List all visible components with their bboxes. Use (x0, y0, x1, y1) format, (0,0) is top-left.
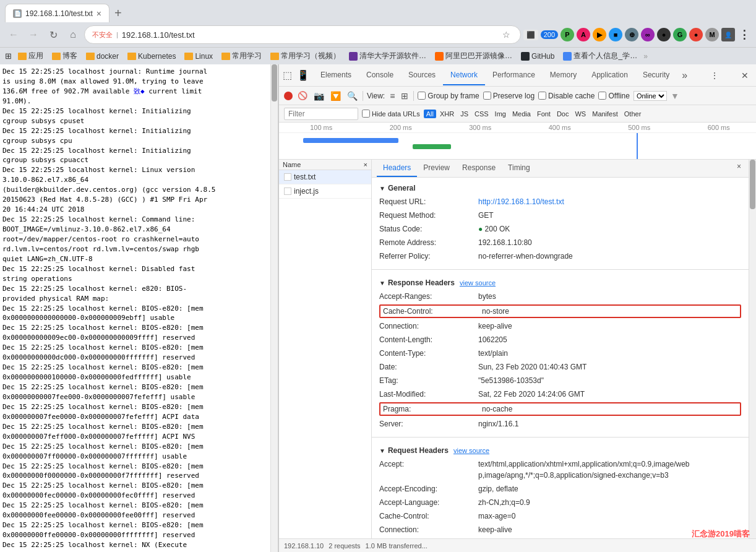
hide-data-urls-input[interactable] (362, 110, 370, 118)
group-by-frame-checkbox[interactable]: Group by frame (418, 92, 479, 100)
tab-close-button[interactable]: × (97, 9, 101, 18)
search-button[interactable]: 🔍 (346, 90, 359, 102)
offline-input[interactable] (598, 92, 606, 100)
bookmark-star[interactable]: ☆ (500, 28, 513, 41)
bookmark-study[interactable]: 常用学习 (219, 50, 264, 63)
address-bar-input-wrap[interactable]: 不安全 | 192.168.1.10/test.txt ☆ (84, 25, 521, 44)
offline-checkbox[interactable]: Offline (598, 92, 629, 100)
headers-tab-timing[interactable]: Timing (502, 160, 536, 177)
headers-scrollbar-thumb[interactable] (750, 160, 755, 209)
pragma-key: Pragma: (383, 405, 482, 413)
bookmark-alibaba[interactable]: 阿里巴巴开源镜像… (432, 50, 515, 63)
bookmark-blog[interactable]: 博客 (49, 50, 80, 63)
devtools-inspect-button[interactable]: ⬚ (281, 68, 293, 82)
scrollbar-track[interactable] (270, 64, 278, 552)
disable-cache-input[interactable] (538, 92, 546, 100)
tab-security[interactable]: Security (635, 66, 677, 85)
menu-icon[interactable]: ⋮ (737, 28, 751, 41)
filter-other[interactable]: Other (622, 110, 644, 118)
general-section-title[interactable]: General (379, 181, 741, 195)
headers-panel-close[interactable]: × (734, 160, 744, 177)
hide-data-urls-checkbox[interactable]: Hide data URLs (362, 110, 420, 118)
tab-network[interactable]: Network (443, 66, 485, 85)
close-panel-button[interactable]: × (364, 161, 367, 168)
filter-all[interactable]: All (424, 110, 436, 118)
scrollbar-thumb[interactable] (272, 64, 277, 101)
address-bar: ← → ↻ ⌂ 不安全 | 192.168.1.10/test.txt ☆ ⬛ … (0, 22, 756, 47)
devtools-close-button[interactable]: ✕ (736, 68, 754, 83)
record-button[interactable] (284, 92, 293, 100)
devtools-device-button[interactable]: 📱 (296, 68, 311, 82)
ext-icon-6[interactable]: ∞ (641, 28, 655, 41)
list-item-test-txt[interactable]: test.txt (279, 170, 371, 184)
filter-css[interactable]: CSS (472, 110, 491, 118)
capture-screenshot-button[interactable]: 📷 (312, 90, 325, 102)
new-tab-button[interactable]: + (110, 4, 127, 22)
ext-icon-1[interactable]: P (561, 28, 574, 41)
user-icon[interactable]: 👤 (721, 28, 735, 41)
ext-icon-7[interactable]: ● (657, 28, 671, 41)
filter-doc[interactable]: Doc (554, 110, 572, 118)
filter-media[interactable]: Media (510, 110, 533, 118)
tab-sources[interactable]: Sources (401, 66, 443, 85)
request-headers-title[interactable]: Request Headers (379, 444, 449, 457)
bookmark-kubernetes[interactable]: Kubernetes (125, 51, 178, 62)
filter-xhr[interactable]: XHR (437, 110, 457, 118)
request-url-value[interactable]: http://192.168.1.10/test.txt (478, 196, 741, 207)
filter-img[interactable]: Img (492, 110, 509, 118)
ext-icon-9[interactable]: M (705, 28, 719, 41)
forward-button[interactable]: → (25, 26, 42, 43)
filter-icon[interactable]: 🔽 (329, 90, 342, 102)
devtools-settings-icon[interactable]: ⋮ (705, 68, 724, 83)
filter-manifest[interactable]: Manifest (590, 110, 621, 118)
connection-response-row: Connection: keep-alive (379, 319, 741, 333)
filter-js[interactable]: JS (458, 110, 471, 118)
back-button[interactable]: ← (5, 26, 22, 43)
bookmarks-more[interactable]: » (643, 52, 648, 61)
bookmark-profile[interactable]: 查看个人信息_学… (561, 50, 640, 63)
response-headers-title[interactable]: Response Headers (379, 276, 455, 290)
tab-performance[interactable]: Performance (485, 66, 543, 85)
list-item-inject-js[interactable]: inject.js (279, 184, 371, 199)
refresh-button[interactable]: ↻ (45, 26, 62, 43)
filter-ws[interactable]: WS (572, 110, 588, 118)
headers-tab-response[interactable]: Response (456, 160, 502, 177)
toolbar-more-button[interactable]: ▼ (671, 91, 679, 101)
disable-cache-checkbox[interactable]: Disable cache (538, 92, 595, 100)
group-by-frame-input[interactable] (418, 92, 426, 100)
tab-application[interactable]: Application (584, 66, 635, 85)
clear-button[interactable]: 🚫 (296, 90, 309, 101)
ext-icon-5[interactable]: ⊕ (625, 28, 638, 41)
bookmark-tsinghua[interactable]: 清华大学开源软件… (346, 50, 429, 63)
tab-elements[interactable]: Elements (313, 66, 359, 85)
bookmark-linux[interactable]: Linux (182, 51, 215, 62)
bookmark-docker[interactable]: docker (84, 51, 121, 62)
view-list-button[interactable]: ≡ (389, 90, 396, 102)
apps-icon[interactable]: ⊞ (5, 51, 12, 61)
filter-font[interactable]: Font (535, 110, 553, 118)
home-button[interactable]: ⌂ (64, 26, 82, 43)
tab-memory[interactable]: Memory (543, 66, 584, 85)
response-headers-view-source[interactable]: view source (460, 279, 496, 287)
tab-console[interactable]: Console (359, 66, 401, 85)
ext-icon-3[interactable]: ▶ (593, 28, 606, 41)
browser-tab[interactable]: 📄 192.168.1.10/test.txt × (5, 4, 110, 22)
throttle-select[interactable]: Online (634, 91, 667, 101)
devtools-more-tabs[interactable]: » (677, 67, 692, 84)
ext-icon-4[interactable]: ■ (609, 28, 622, 41)
ext-icon-8[interactable]: ● (689, 28, 703, 41)
headers-scrollbar[interactable] (749, 160, 756, 538)
bookmark-github[interactable]: GitHub (518, 51, 557, 62)
request-headers-view-source[interactable]: view source (453, 447, 489, 454)
view-tree-button[interactable]: ⊞ (400, 90, 410, 102)
preserve-log-checkbox[interactable]: Preserve log (483, 92, 535, 100)
headers-tab-preview[interactable]: Preview (417, 160, 456, 177)
ext-icon-g[interactable]: G (673, 28, 687, 41)
filter-input[interactable] (284, 108, 358, 120)
cast-icon[interactable]: ⬛ (523, 30, 538, 40)
bookmark-apps[interactable]: 应用 (15, 50, 46, 63)
headers-tab-headers[interactable]: Headers (377, 160, 417, 177)
bookmark-study-video[interactable]: 常用学习（视频） (268, 50, 343, 63)
preserve-log-input[interactable] (483, 92, 491, 100)
ext-icon-abp[interactable]: A (577, 28, 590, 41)
